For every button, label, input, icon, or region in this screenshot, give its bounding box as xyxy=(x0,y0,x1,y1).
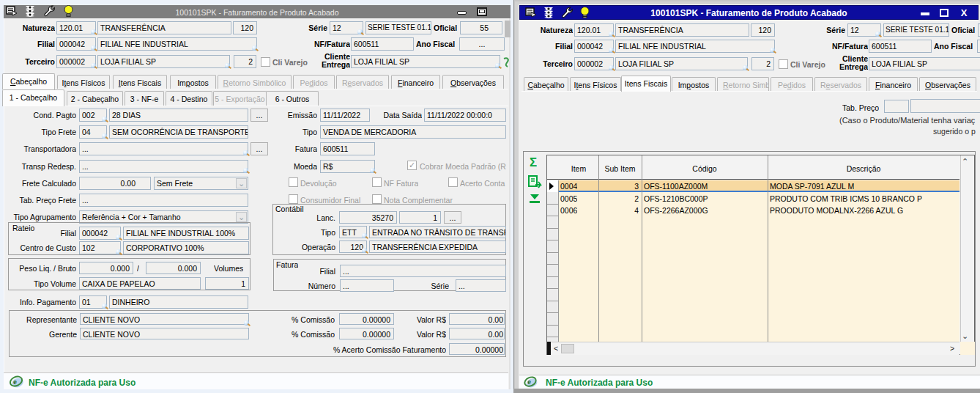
svg-text:e: e xyxy=(527,378,531,386)
svg-text:e: e xyxy=(13,377,17,386)
